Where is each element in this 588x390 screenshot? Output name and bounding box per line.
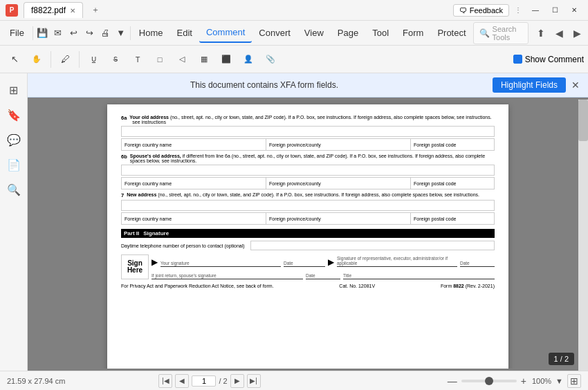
back-icon[interactable]: ◀ (551, 25, 567, 41)
show-comment-area: Show Comment (513, 55, 584, 64)
row-6a-label: 6a (121, 115, 127, 124)
show-comment-label: Show Comment (525, 55, 584, 64)
part-ii-label: Part II (124, 230, 139, 236)
row-6a-header: 6a Your old address (no., street, apt. n… (121, 115, 495, 124)
cursor-tool[interactable]: ↖ (4, 49, 25, 70)
xfa-bar: This document contains XFA form fields. … (28, 73, 588, 98)
highlight-fields-button[interactable]: Highlight Fields (493, 77, 566, 93)
form-rev: (Rev. 2-2021) (466, 284, 495, 288)
tab[interactable]: f8822.pdf ✕ (24, 2, 83, 18)
spouse-signature-label: If joint return, spouse's signature (151, 273, 217, 278)
menu-home[interactable]: Home (132, 24, 170, 42)
spouse-signature-field[interactable]: If joint return, spouse's signature (151, 268, 303, 279)
underline-tool[interactable]: U̲ (83, 49, 104, 70)
first-page-button[interactable]: |◀ (158, 374, 172, 388)
zoom-level: 100% (532, 377, 551, 385)
menu-separator (33, 26, 33, 40)
tool-sep1 (50, 51, 51, 68)
scroll-bar[interactable] (578, 100, 588, 371)
date1-field[interactable]: Date (284, 254, 325, 267)
maximize-button[interactable]: ☐ (546, 2, 563, 19)
zoom-slider[interactable] (461, 380, 517, 382)
stamp-tool[interactable]: ⬛ (216, 49, 237, 70)
date3-field[interactable]: Date (306, 268, 340, 279)
row-6a-field[interactable] (121, 126, 495, 137)
daytime-phone-field[interactable] (250, 241, 495, 250)
date2-field[interactable]: Date (460, 254, 495, 267)
share-icon[interactable]: ⬆ (533, 25, 549, 41)
your-signature-field[interactable]: Your signature (160, 254, 281, 267)
toolbar-redo[interactable]: ↪ (82, 23, 98, 44)
menu-view[interactable]: View (297, 24, 331, 42)
sign-here-row1: Sign Here ▶ Your signature Dat (121, 254, 495, 279)
title-field[interactable]: Title (343, 268, 495, 279)
tool-sep2 (79, 51, 80, 68)
next-page-button[interactable]: ▶ (230, 374, 244, 388)
zoom-thumb[interactable] (485, 377, 493, 385)
row-6b-field[interactable] (121, 165, 495, 176)
sidebar-icon-home[interactable]: ⊞ (3, 79, 25, 101)
menu-file[interactable]: File (3, 24, 31, 42)
row-6b-header: 6b Spouse's old address, if different fr… (121, 154, 495, 163)
sign-row2: If joint return, spouse's signature Date… (151, 268, 495, 279)
menu-tool[interactable]: Tool (365, 24, 396, 42)
title-label: Title (343, 273, 351, 278)
search-icon: 🔍 (479, 28, 490, 38)
scroll-thumb[interactable] (578, 100, 588, 141)
part-ii-header: Part II Signature (121, 229, 495, 238)
menu-protect[interactable]: Protect (430, 24, 472, 42)
sidebar-icon-comment[interactable]: 💬 (3, 129, 25, 151)
fit-page-button[interactable]: ⊞ (567, 374, 581, 388)
menu-form[interactable]: Form (396, 24, 430, 42)
highlight-tool[interactable]: 🖊 (55, 49, 75, 70)
area-tool[interactable]: ▦ (194, 49, 214, 70)
attach-tool[interactable]: 📎 (260, 49, 281, 70)
page-input[interactable] (192, 375, 216, 387)
zoom-dropdown[interactable]: ▼ (555, 377, 563, 385)
prev-page-button[interactable]: ◀ (175, 374, 189, 388)
hand-tool[interactable]: ✋ (26, 49, 47, 70)
text-tool[interactable]: T (127, 49, 148, 70)
toolbar-undo[interactable]: ↩ (66, 23, 82, 44)
row-7-field[interactable] (121, 200, 495, 211)
minimize-button[interactable]: — (527, 2, 544, 19)
new-tab-button[interactable]: ＋ (89, 3, 102, 17)
sidebar-icon-bookmark[interactable]: 🔖 (3, 104, 25, 126)
search-placeholder: Search Tools (493, 25, 522, 41)
last-page-button[interactable]: ▶| (247, 374, 261, 388)
daytime-phone-label: Daytime telephone number of person to co… (121, 243, 245, 248)
menu-convert[interactable]: Convert (252, 24, 297, 42)
shape-tool2[interactable]: ◁ (172, 49, 192, 70)
toolbar-email[interactable]: ✉ (50, 23, 66, 44)
date1-label: Date (284, 261, 293, 266)
close-button[interactable]: ✕ (566, 2, 582, 19)
menu-comment[interactable]: Comment (199, 23, 252, 43)
rep-signature-field[interactable]: Signature of representative, executor, a… (337, 254, 457, 267)
forward-icon[interactable]: ▶ (569, 25, 585, 41)
feedback-button[interactable]: 🗨 Feedback (453, 4, 509, 17)
person-tool[interactable]: 👤 (238, 49, 259, 70)
status-bar: 21.59 x 27.94 cm |◀ ◀ / 2 ▶ ▶| — + 100% … (0, 371, 588, 390)
row-6a-desc: Your old address (no., street, apt. no.,… (129, 115, 495, 124)
show-comment-checkbox[interactable] (513, 55, 522, 64)
xfa-close-icon[interactable]: ✕ (571, 80, 580, 91)
toolbar-save[interactable]: 💾 (35, 23, 50, 44)
menu-edit[interactable]: Edit (170, 24, 199, 42)
strikethrough-tool[interactable]: S̶ (105, 49, 126, 70)
sidebar-icon-pages[interactable]: 📄 (3, 154, 25, 176)
arrow-icon-1: ▶ (151, 257, 158, 267)
pdf-wrapper[interactable]: 6a Your old address (no., street, apt. n… (28, 98, 588, 369)
form-number: Form 8822 (Rev. 2-2021) (441, 284, 495, 288)
zoom-out-button[interactable]: — (448, 375, 457, 387)
toolbar-print[interactable]: 🖨 (98, 23, 113, 44)
shape-tool[interactable]: □ (149, 49, 170, 70)
row-7-desc: New address (no., street, apt. no., city… (127, 192, 479, 198)
daytime-phone-row: Daytime telephone number of person to co… (121, 241, 495, 250)
toolbar-dropdown[interactable]: ▼ (113, 23, 129, 44)
zoom-controls: — + 100% ▼ ⊞ (448, 374, 581, 388)
search-box[interactable]: 🔍 Search Tools (473, 22, 529, 44)
tab-close-icon[interactable]: ✕ (70, 7, 75, 15)
sidebar-icon-search[interactable]: 🔍 (3, 178, 25, 201)
menu-page[interactable]: Page (331, 24, 365, 42)
zoom-in-button[interactable]: + (521, 375, 526, 387)
